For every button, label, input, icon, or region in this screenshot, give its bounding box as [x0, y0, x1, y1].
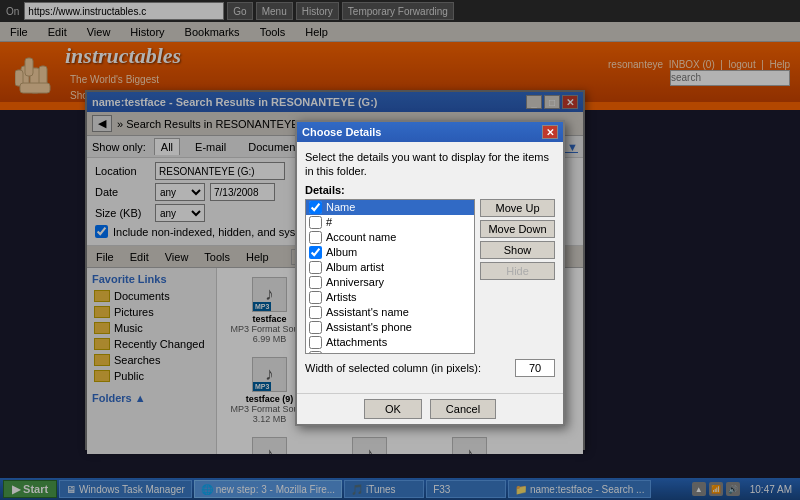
details-item-label: Attributes [326, 351, 372, 354]
details-list-item[interactable]: Assistant's name [306, 305, 474, 320]
details-checkbox-5[interactable] [309, 276, 322, 289]
details-item-label: Account name [326, 231, 396, 243]
cancel-button[interactable]: Cancel [430, 399, 496, 419]
col-width-label: Width of selected column (in pixels): [305, 362, 510, 374]
details-item-label: Name [326, 201, 355, 213]
details-checkbox-10[interactable] [309, 351, 322, 354]
choose-details-dialog: Choose Details ✕ Select the details you … [295, 120, 565, 426]
dialog-titlebar: Choose Details ✕ [297, 122, 563, 142]
hide-button[interactable]: Hide [480, 262, 555, 280]
details-list-item[interactable]: Album [306, 245, 474, 260]
details-checkbox-2[interactable] [309, 231, 322, 244]
details-item-label: Assistant's name [326, 306, 409, 318]
details-list[interactable]: Name # Account name Album Album artist A… [305, 199, 475, 354]
details-checkbox-0[interactable] [309, 201, 322, 214]
dialog-title: Choose Details [302, 126, 542, 138]
details-list-item[interactable]: Attachments [306, 335, 474, 350]
details-item-label: Album artist [326, 261, 384, 273]
col-width-input[interactable] [515, 359, 555, 377]
move-down-button[interactable]: Move Down [480, 220, 555, 238]
details-list-item[interactable]: Assistant's phone [306, 320, 474, 335]
details-item-label: Attachments [326, 336, 387, 348]
details-item-label: # [326, 216, 332, 228]
details-buttons: Move Up Move Down Show Hide [480, 199, 555, 354]
dialog-body: Select the details you want to display f… [297, 142, 563, 393]
details-list-item[interactable]: Anniversary [306, 275, 474, 290]
details-checkbox-7[interactable] [309, 306, 322, 319]
details-checkbox-4[interactable] [309, 261, 322, 274]
details-item-label: Anniversary [326, 276, 384, 288]
show-button[interactable]: Show [480, 241, 555, 259]
dialog-close-button[interactable]: ✕ [542, 125, 558, 139]
details-list-item[interactable]: # [306, 215, 474, 230]
details-item-label: Assistant's phone [326, 321, 412, 333]
details-list-item[interactable]: Artists [306, 290, 474, 305]
dialog-footer: OK Cancel [297, 393, 563, 424]
details-checkbox-1[interactable] [309, 216, 322, 229]
details-list-item[interactable]: Account name [306, 230, 474, 245]
details-list-item[interactable]: Album artist [306, 260, 474, 275]
details-label: Details: [305, 184, 555, 196]
details-checkbox-3[interactable] [309, 246, 322, 259]
details-list-item[interactable]: Attributes [306, 350, 474, 354]
details-checkbox-8[interactable] [309, 321, 322, 334]
move-up-button[interactable]: Move Up [480, 199, 555, 217]
details-checkbox-9[interactable] [309, 336, 322, 349]
col-width-row: Width of selected column (in pixels): [305, 359, 555, 377]
details-area: Name # Account name Album Album artist A… [305, 199, 555, 354]
details-item-label: Artists [326, 291, 357, 303]
details-item-label: Album [326, 246, 357, 258]
dialog-description: Select the details you want to display f… [305, 150, 555, 179]
details-checkbox-6[interactable] [309, 291, 322, 304]
details-list-item[interactable]: Name [306, 200, 474, 215]
ok-button[interactable]: OK [364, 399, 422, 419]
